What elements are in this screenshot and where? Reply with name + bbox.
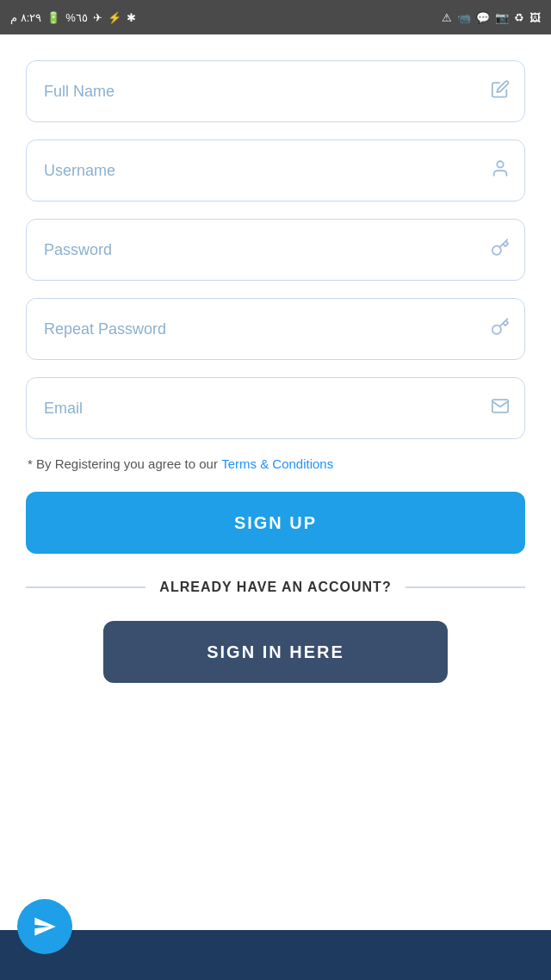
bluetooth2-icon: ✱ xyxy=(127,11,136,24)
warning-icon: ⚠ xyxy=(442,11,452,24)
main-content: * By Registering you agree to our Terms … xyxy=(0,34,551,683)
email-input[interactable] xyxy=(26,377,525,439)
password-group xyxy=(26,219,525,281)
image-icon: 🖼 xyxy=(529,11,541,24)
status-bar-left: ٨:٢٩ م 🔋 %٦٥ ✈ ⚡ ✱ xyxy=(10,11,136,24)
username-input[interactable] xyxy=(26,140,525,202)
repeat-password-group xyxy=(26,298,525,360)
full-name-group xyxy=(26,60,525,122)
divider-text: ALREADY HAVE AN ACCOUNT? xyxy=(159,580,391,595)
battery-icon: 🔋 xyxy=(46,11,60,24)
camera-icon: 📷 xyxy=(495,11,509,24)
divider-line-right xyxy=(406,586,525,588)
email-group xyxy=(26,377,525,439)
full-name-input[interactable] xyxy=(26,60,525,122)
bluetooth-icon: ⚡ xyxy=(108,11,121,24)
battery-percent: %٦٥ xyxy=(65,11,88,24)
video-icon: 📹 xyxy=(457,11,471,24)
signup-button[interactable]: SIGN UP xyxy=(26,492,525,554)
terms-prefix: * By Registering you agree to our xyxy=(28,456,221,471)
status-bar: ٨:٢٩ م 🔋 %٦٥ ✈ ⚡ ✱ ⚠ 📹 💬 📷 ♻ 🖼 xyxy=(0,0,551,34)
signin-button[interactable]: SIGN IN HERE xyxy=(103,621,448,683)
airplane-icon: ✈ xyxy=(93,11,102,24)
status-time: ٨:٢٩ م xyxy=(10,11,41,24)
terms-text: * By Registering you agree to our Terms … xyxy=(26,456,525,471)
recycle-icon: ♻ xyxy=(514,11,524,24)
divider-line-left xyxy=(26,586,145,588)
repeat-password-input[interactable] xyxy=(26,298,525,360)
fab-button[interactable] xyxy=(17,899,72,954)
status-bar-right: ⚠ 📹 💬 📷 ♻ 🖼 xyxy=(442,11,541,24)
terms-link[interactable]: Terms & Conditions xyxy=(221,456,333,471)
whatsapp-icon: 💬 xyxy=(476,11,490,24)
divider-section: ALREADY HAVE AN ACCOUNT? xyxy=(26,580,525,595)
username-group xyxy=(26,140,525,202)
bottom-bar xyxy=(0,930,551,980)
password-input[interactable] xyxy=(26,219,525,281)
